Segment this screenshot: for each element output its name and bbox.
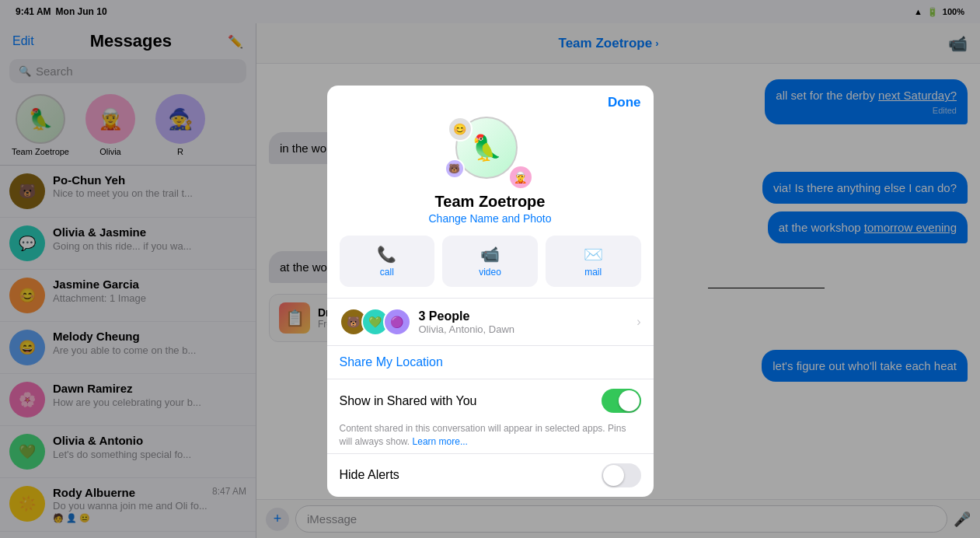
group-sub-avatar-1: 🧝 — [508, 165, 533, 190]
modal-group-avatar: 🦜 🧝 😊 🐻 — [327, 117, 654, 187]
people-avatar-3: 🟣 — [383, 308, 411, 336]
show-in-shared-label: Show in Shared with You — [340, 394, 477, 408]
group-sub-avatar-2: 😊 — [448, 117, 473, 141]
modal-overlay: Done 🦜 🧝 😊 🐻 Team Zoetrope Change Name a… — [0, 0, 980, 538]
share-location-row[interactable]: Share My Location — [327, 345, 654, 379]
action-buttons-row: 📞 call 📹 video ✉️ mail — [327, 236, 654, 298]
hide-alerts-knob — [603, 465, 624, 486]
mail-action-button[interactable]: ✉️ mail — [546, 236, 641, 287]
video-icon: 📹 — [480, 245, 500, 264]
call-icon: 📞 — [377, 245, 396, 264]
people-row[interactable]: 🐻 💚 🟣 3 People Olivia, Antonio, Dawn › — [327, 298, 654, 345]
hide-alerts-row: Hide Alerts — [327, 453, 654, 497]
people-chevron-icon: › — [636, 315, 640, 329]
call-label: call — [380, 267, 394, 278]
show-in-shared-toggle[interactable] — [602, 389, 641, 413]
people-avatars: 🐻 💚 🟣 — [340, 308, 411, 336]
people-count: 3 People — [419, 309, 637, 323]
video-action-button[interactable]: 📹 video — [442, 236, 538, 287]
show-in-shared-row: Show in Shared with You — [327, 379, 654, 422]
modal-done-row: Done — [327, 86, 654, 110]
group-name: Team Zoetrope — [327, 193, 654, 211]
mail-icon: ✉️ — [584, 245, 603, 264]
ipad-frame: 9:41 AM Mon Jun 10 ▲ 🔋 100% Edit Message… — [0, 0, 980, 538]
done-button[interactable]: Done — [608, 95, 641, 110]
people-names: Olivia, Antonio, Dawn — [419, 323, 637, 335]
toggle-knob — [619, 390, 640, 411]
annotation-connector-line — [708, 288, 825, 288]
hide-alerts-label: Hide Alerts — [340, 468, 399, 482]
share-location-text: Share My Location — [340, 355, 443, 369]
change-name-photo-link[interactable]: Change Name and Photo — [327, 212, 654, 225]
hide-alerts-toggle[interactable] — [602, 463, 641, 487]
group-details-modal: Done 🦜 🧝 😊 🐻 Team Zoetrope Change Name a… — [327, 86, 654, 497]
shared-with-you-desc: Content shared in this conversation will… — [327, 422, 654, 453]
video-label: video — [479, 267, 501, 278]
mail-label: mail — [584, 267, 602, 278]
learn-more-link[interactable]: Learn more... — [413, 436, 468, 447]
call-action-button[interactable]: 📞 call — [340, 236, 435, 287]
people-info: 3 People Olivia, Antonio, Dawn — [419, 309, 637, 335]
group-sub-avatar-3: 🐻 — [445, 159, 465, 179]
